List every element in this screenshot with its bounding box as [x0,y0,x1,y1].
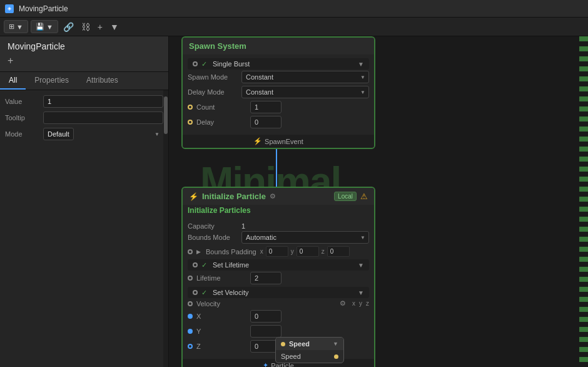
capacity-row: Capacity 1 [188,221,369,231]
initialize-header: ⚡ Initialize Particle ⚙ Local ⚠ [183,188,374,205]
set-velocity-check[interactable]: ✓ [201,289,209,296]
initialize-title: Initialize Particle [202,192,266,201]
velocity-label: Velocity [196,300,246,308]
panel-add-button[interactable]: + [8,55,13,66]
count-input[interactable] [250,101,281,113]
app-title: MovingParticle [19,4,68,13]
single-burst-expand[interactable]: ▼ [358,61,364,68]
mode-select[interactable]: Default [43,128,74,140]
z-dot[interactable] [188,344,193,349]
more-btn[interactable]: ▼ [108,21,121,33]
spawn-mode-select[interactable]: Constant [241,71,369,83]
lifetime-label: Lifetime [196,274,246,282]
speed-out-dot[interactable] [334,354,338,359]
speed-body: Speed [276,350,343,363]
vel-y-label: y [359,300,362,307]
link-btn[interactable]: 🔗 [61,21,76,33]
x-label: x [260,248,263,255]
velocity-dot[interactable] [188,301,193,306]
spawn-system-node: Spawn System ✓ Single Burst ▼ Spawn Mode… [181,36,375,149]
y-label: y [291,248,294,255]
left-panel: MovingParticle + All Properties Attribut… [0,36,169,367]
set-lifetime-expand[interactable]: ▼ [358,262,364,269]
tooltip-row: Tooltip [5,111,163,124]
lightning-icon: ⚡ [253,137,262,145]
delay-mode-label: Delay Mode [188,88,238,96]
set-lifetime-label: Set Lifetime [213,261,249,269]
single-burst-label: Single Burst [213,60,250,68]
x-dot[interactable] [188,314,193,319]
y-dot[interactable] [188,329,193,334]
set-velocity-dot[interactable] [193,290,198,295]
z-channel-label: Z [196,343,246,350]
panel-header: MovingParticle + [0,36,168,72]
main-area: MovingParticle + All Properties Attribut… [0,36,588,367]
capacity-value: 1 [241,222,245,230]
set-velocity-row: ✓ Set Velocity ▼ [188,287,369,298]
set-lifetime-dot[interactable] [193,262,198,267]
bounds-mode-row: Bounds Mode Automatic [188,231,369,244]
right-border-dashes [579,36,588,367]
set-velocity-label: Set Velocity [213,289,248,296]
tab-properties[interactable]: Properties [26,72,78,90]
delay-mode-select-wrapper: Constant [241,86,369,98]
grid-icon: ⊞ [9,23,14,31]
count-dot[interactable] [188,105,193,110]
canvas-area[interactable]: Minimal Spawn System ✓ Single Burst ▼ Sp… [169,36,588,367]
bounds-expand[interactable]: ▶ [196,249,201,255]
add-btn[interactable]: + [95,21,105,33]
x-input[interactable] [250,310,281,323]
bounds-mode-select[interactable]: Automatic [241,231,369,244]
spawn-system-header: Spawn System [183,38,374,54]
xyz-row: x y z [260,246,350,257]
y-input[interactable] [250,325,281,338]
bounds-mode-label: Bounds Mode [188,234,238,241]
vel-z-label: z [366,300,369,307]
delay-mode-select[interactable]: Constant [241,86,369,98]
count-row: Count [188,101,369,113]
scroll-track[interactable] [163,90,168,367]
tooltip-label: Tooltip [5,114,39,121]
link2-btn[interactable]: ⛓ [79,21,93,33]
bounds-dot[interactable] [188,249,193,254]
y-channel-label: Y [196,328,246,335]
lifetime-input[interactable] [250,272,281,284]
value-input[interactable] [43,95,163,108]
set-lifetime-check[interactable]: ✓ [201,261,209,269]
spawn-system-title: Spawn System [189,41,246,51]
speed-node: Speed ▼ Speed [275,337,344,363]
toolbar: ⊞ ▼ 💾 ▼ 🔗 ⛓ + ▼ [0,18,588,36]
tooltip-input[interactable] [43,111,163,124]
vel-gear[interactable]: ⚙ [340,299,346,308]
save-icon: 💾 [36,23,44,31]
local-badge: Local [334,192,357,201]
delay-dot[interactable] [188,120,193,125]
app-icon: ◈ [5,4,14,13]
tab-all[interactable]: All [0,72,26,90]
gear-icon[interactable]: ⚙ [270,192,276,200]
bounds-padding-label: Bounds Padding [206,248,256,256]
bounds-z-input[interactable] [327,246,350,257]
single-burst-check[interactable]: ✓ [201,60,209,68]
spawn-system-body: ✓ Single Burst ▼ Spawn Mode Constant Del… [183,54,374,135]
grid-btn[interactable]: ⊞ ▼ [4,20,28,33]
save-btn[interactable]: 💾 ▼ [31,20,58,33]
mode-label: Mode [5,130,39,138]
bounds-y-input[interactable] [297,246,319,257]
speed-dot[interactable] [281,342,285,346]
particle-icon: ✦ [263,361,268,367]
initialize-subtitle: Initialize Particles [183,205,374,217]
bounds-x-input[interactable] [266,246,288,257]
speed-header: Speed ▼ [276,338,343,350]
set-velocity-expand[interactable]: ▼ [358,289,364,296]
scroll-thumb[interactable] [164,96,168,134]
tab-attributes[interactable]: Attributes [78,72,127,90]
set-lifetime-row: ✓ Set Lifetime ▼ [188,259,369,271]
mode-select-wrapper: Default [43,128,163,140]
delay-input[interactable] [250,116,281,128]
single-burst-dot[interactable] [193,61,198,66]
lifetime-dot[interactable] [188,276,193,281]
speed-expand[interactable]: ▼ [333,341,338,347]
grid-dropdown: ▼ [16,23,23,31]
spawn-mode-select-wrapper: Constant [241,71,369,83]
